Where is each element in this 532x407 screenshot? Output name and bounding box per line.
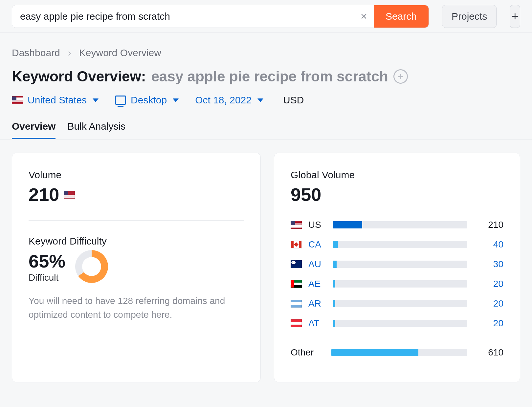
projects-button[interactable]: Projects xyxy=(442,5,497,28)
cards-row: Volume 210 Keyword Difficulty 65% Diffic… xyxy=(0,139,532,396)
breadcrumb-current: Keyword Overview xyxy=(79,47,161,58)
flag-ca-icon xyxy=(291,241,302,248)
date-selector-label: Oct 18, 2022 xyxy=(195,95,252,106)
chevron-right-icon: › xyxy=(68,47,71,58)
breadcrumb: Dashboard › Keyword Overview xyxy=(0,33,532,65)
currency-label: USD xyxy=(283,95,304,106)
search-container: × Search xyxy=(12,5,429,28)
chevron-down-icon xyxy=(93,98,99,102)
volume-value: 210 xyxy=(29,184,244,205)
volume-bar xyxy=(333,261,467,268)
chevron-down-icon xyxy=(173,98,179,102)
add-keyword-button[interactable]: + xyxy=(393,69,408,84)
country-code: AR xyxy=(308,298,326,309)
volume-card: Volume 210 Keyword Difficulty 65% Diffic… xyxy=(12,153,261,382)
tab-bulk-analysis[interactable]: Bulk Analysis xyxy=(67,121,125,139)
global-volume-other-row: Other610 xyxy=(291,343,503,362)
tab-bar: Overview Bulk Analysis xyxy=(0,121,532,139)
kd-row: 65% Difficult xyxy=(29,250,244,283)
kd-level: Difficult xyxy=(29,272,65,283)
page-title-keyword: easy apple pie recipe from scratch xyxy=(151,68,388,85)
global-volume-label: Global Volume xyxy=(291,169,503,181)
filter-bar: United States Desktop Oct 18, 2022 USD xyxy=(0,95,532,121)
search-input[interactable] xyxy=(12,5,354,28)
country-volume: 30 xyxy=(474,259,503,269)
close-icon: × xyxy=(361,10,367,23)
volume-number: 210 xyxy=(29,184,59,205)
flag-us-icon xyxy=(291,221,302,229)
search-button[interactable]: Search xyxy=(374,5,429,28)
global-volume-card: Global Volume 950 US210CA40AU30AE20AR20A… xyxy=(274,153,520,382)
flag-us-icon xyxy=(64,191,75,199)
flag-au-icon xyxy=(291,260,302,268)
device-selector[interactable]: Desktop xyxy=(115,95,179,106)
global-volume-number: 950 xyxy=(291,184,321,205)
chevron-down-icon xyxy=(257,98,263,102)
desktop-icon xyxy=(115,96,126,105)
volume-bar xyxy=(333,320,467,327)
tab-overview[interactable]: Overview xyxy=(12,121,55,139)
global-volume-total: 950 xyxy=(291,184,503,205)
country-volume: 20 xyxy=(474,279,503,289)
add-button[interactable]: + xyxy=(510,5,520,28)
kd-label: Keyword Difficulty xyxy=(29,236,244,247)
global-volume-row[interactable]: AT20 xyxy=(291,313,503,333)
volume-bar xyxy=(333,221,467,228)
country-code: US xyxy=(308,220,326,230)
page-title: Keyword Overview: easy apple pie recipe … xyxy=(0,65,532,95)
plus-icon: + xyxy=(512,10,519,23)
country-selector[interactable]: United States xyxy=(12,95,99,106)
global-volume-list: US210CA40AU30AE20AR20AT20Other610 xyxy=(291,215,503,362)
global-volume-row[interactable]: AU30 xyxy=(291,254,503,274)
plus-icon: + xyxy=(398,71,404,82)
kd-donut-chart xyxy=(75,250,108,283)
country-volume: 20 xyxy=(474,298,503,309)
clear-search-button[interactable]: × xyxy=(354,5,374,28)
country-volume: 210 xyxy=(474,220,503,230)
country-volume: 20 xyxy=(474,318,503,329)
volume-bar xyxy=(333,280,467,288)
other-label: Other xyxy=(291,347,325,358)
country-code: CA xyxy=(308,239,326,250)
volume-bar xyxy=(333,300,467,307)
global-volume-row: US210 xyxy=(291,215,503,235)
device-selector-label: Desktop xyxy=(131,95,167,106)
date-selector[interactable]: Oct 18, 2022 xyxy=(195,95,263,106)
other-volume: 610 xyxy=(474,347,503,358)
country-selector-label: United States xyxy=(28,95,87,106)
volume-label: Volume xyxy=(29,169,244,181)
page-title-prefix: Keyword Overview: xyxy=(12,68,146,85)
kd-note: You will need to have 128 referring doma… xyxy=(29,294,232,322)
global-volume-row[interactable]: AE20 xyxy=(291,274,503,294)
top-bar: × Search Projects + xyxy=(0,0,532,33)
volume-bar xyxy=(333,241,467,248)
volume-bar xyxy=(331,349,467,356)
country-code: AU xyxy=(308,259,326,269)
divider xyxy=(29,220,244,221)
country-volume: 40 xyxy=(474,239,503,250)
flag-ae-icon xyxy=(291,280,302,288)
flag-at-icon xyxy=(291,319,302,327)
kd-value: 65% xyxy=(29,250,65,272)
flag-us-icon xyxy=(12,96,23,104)
country-code: AT xyxy=(308,318,326,329)
global-volume-row[interactable]: AR20 xyxy=(291,294,503,313)
flag-ar-icon xyxy=(291,300,302,308)
country-code: AE xyxy=(308,279,326,289)
global-volume-row[interactable]: CA40 xyxy=(291,235,503,254)
breadcrumb-root[interactable]: Dashboard xyxy=(12,47,60,58)
divider xyxy=(291,338,503,338)
